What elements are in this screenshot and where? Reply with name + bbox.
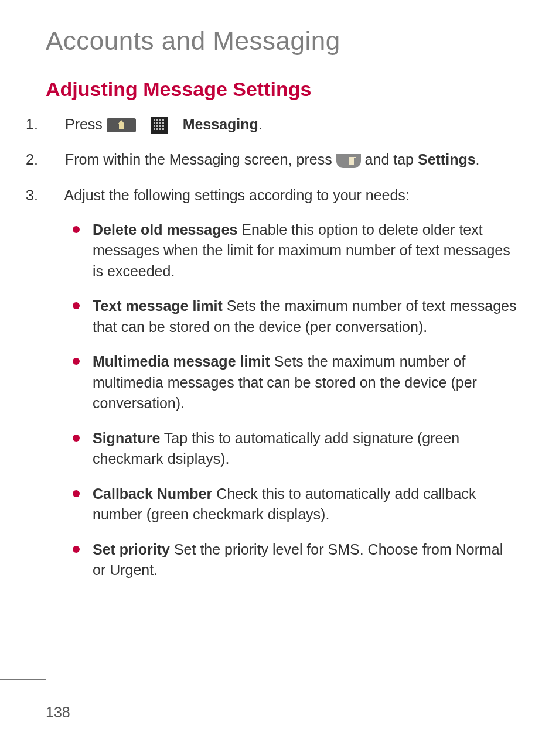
step-1: 1. Press > > Messaging.: [46, 114, 517, 135]
menu-button-icon: [336, 154, 361, 168]
setting-name: Signature: [93, 430, 160, 446]
home-button-icon: [107, 118, 136, 132]
svg-rect-4: [154, 122, 155, 124]
svg-rect-13: [156, 128, 158, 130]
settings-list: Delete old messages Enable this option t…: [46, 220, 517, 581]
svg-rect-11: [162, 125, 164, 127]
step-2-number: 2.: [46, 149, 61, 170]
setting-name: Text message limit: [93, 297, 223, 314]
svg-rect-3: [162, 119, 164, 121]
svg-rect-8: [154, 125, 155, 127]
setting-name: Callback Number: [93, 485, 212, 502]
setting-name: Multimedia message limit: [93, 353, 270, 370]
manual-page: Accounts and Messaging Adjusting Message…: [0, 0, 559, 581]
step-1-period: .: [258, 116, 263, 132]
setting-name: Set priority: [93, 541, 170, 557]
svg-rect-0: [154, 119, 155, 121]
list-item: Delete old messages Enable this option t…: [79, 220, 517, 282]
list-item: Callback Number Check this to automatica…: [79, 484, 517, 525]
svg-rect-7: [162, 122, 164, 124]
svg-rect-12: [154, 128, 155, 130]
step-3: 3. Adjust the following settings accordi…: [46, 184, 517, 206]
svg-rect-6: [159, 122, 161, 124]
list-item: Signature Tap this to automatically add …: [79, 428, 517, 470]
step-2-period: .: [476, 151, 480, 167]
step-3-number: 3.: [46, 184, 61, 206]
step-1-messaging: Messaging: [183, 116, 258, 132]
svg-rect-1: [156, 119, 158, 121]
svg-rect-9: [156, 125, 158, 127]
page-title: Accounts and Messaging: [46, 26, 517, 56]
svg-rect-2: [159, 119, 161, 121]
svg-rect-15: [162, 128, 164, 130]
list-item: Text message limit Sets the maximum numb…: [79, 296, 517, 337]
step-1-press: Press: [65, 116, 107, 132]
caret-2: >: [172, 118, 179, 133]
svg-rect-14: [159, 128, 161, 130]
page-number: 138: [46, 704, 70, 721]
step-2-settings: Settings: [418, 151, 476, 167]
footer-rule: [0, 679, 46, 680]
section-title: Adjusting Message Settings: [46, 78, 517, 101]
step-3-text: Adjust the following settings according …: [64, 187, 410, 203]
svg-rect-10: [159, 125, 161, 127]
setting-name: Delete old messages: [93, 221, 237, 238]
step-1-number: 1.: [46, 114, 61, 135]
caret-1: >: [140, 118, 147, 133]
apps-grid-icon: [151, 117, 168, 134]
list-item: Multimedia message limit Sets the maximu…: [79, 351, 517, 414]
step-2: 2. From within the Messaging screen, pre…: [46, 149, 517, 170]
list-item: Set priority Set the priority level for …: [79, 539, 517, 581]
step-2-text2: and tap: [365, 151, 418, 167]
step-2-text1: From within the Messaging screen, press: [65, 151, 336, 167]
svg-rect-5: [156, 122, 158, 124]
